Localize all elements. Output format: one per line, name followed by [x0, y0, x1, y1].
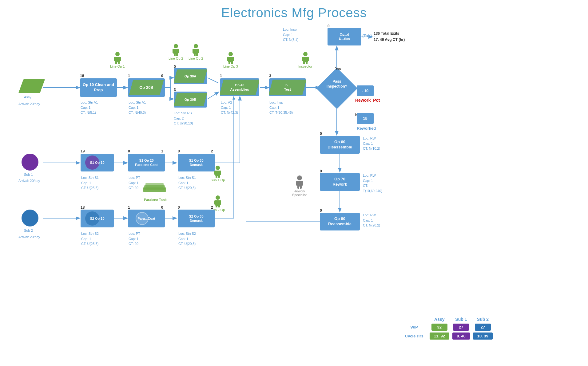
inspect-box[interactable]: In...Test	[269, 78, 306, 96]
s2-op10-box[interactable]: S2 Op 10	[81, 210, 114, 227]
s2-op20-count: 1	[128, 205, 130, 210]
svg-rect-51	[231, 62, 233, 64]
op20b-box[interactable]: Op 20B	[128, 78, 165, 97]
worker-line-op2b: Line Op 2	[189, 44, 203, 60]
worker-rework-specialist-label: ReworkSpecialist	[292, 189, 307, 197]
worker-rework-specialist: ReworkSpecialist	[292, 175, 307, 197]
svg-point-58	[216, 166, 220, 170]
svg-rect-43	[197, 49, 199, 53]
svg-rect-44	[194, 54, 196, 56]
s2-op30-box[interactable]: S2 Op 30Demask	[178, 210, 215, 227]
svg-rect-56	[303, 62, 305, 64]
rework-pct-label: Rework_Pct	[355, 98, 380, 103]
yes-label: Yes	[335, 66, 341, 71]
worker-line-op2a-label: Line Op 2	[169, 57, 183, 60]
s1-op10-info: Loc: Stn S1Cap: 1CT: U(25,5)	[81, 175, 99, 191]
worker-line-op2b-label: Line Op 2	[189, 57, 203, 60]
svg-point-28	[115, 52, 120, 56]
sub1-label: Sub 1	[24, 172, 33, 177]
svg-rect-61	[219, 171, 221, 175]
op20b-count: 1	[128, 74, 130, 78]
s2-op30-count: 0	[178, 205, 180, 210]
s2-op30-queue: 2	[211, 205, 213, 210]
svg-rect-68	[216, 205, 217, 207]
sub2-label: Sub 2	[24, 228, 33, 233]
op-standard-box[interactable]: Op...dU...tics	[328, 28, 361, 45]
svg-rect-78	[145, 183, 164, 187]
svg-rect-67	[219, 200, 221, 205]
s2-op10-count: 18	[81, 205, 85, 210]
worker-line-op1-label: Line Op 1	[110, 65, 125, 68]
svg-rect-74	[297, 186, 299, 189]
total-exits: 136 Total Exits	[374, 31, 399, 36]
sub1-arrival: Arrival: 20/day	[18, 178, 40, 183]
op70-info: Loc: RWCap: 1CT:T(10,60,240)	[363, 173, 382, 193]
pass-inspection-diamond[interactable]: PassInspection?	[319, 71, 355, 106]
op10-info: Loc: Stn A1Cap: 1CT: N(5,1)	[81, 100, 98, 115]
rework-pct-box[interactable]: . 10	[357, 85, 374, 96]
op30a-box[interactable]: Op 30A	[174, 68, 207, 84]
svg-rect-36	[173, 49, 174, 53]
svg-rect-48	[227, 57, 229, 61]
s1-op10-count: 19	[81, 149, 85, 153]
op80-box[interactable]: Op 80Reassemble	[320, 213, 360, 230]
svg-rect-31	[119, 57, 121, 61]
wip-sub1-value: 27	[453, 324, 469, 331]
op30b-box[interactable]: Op 30B	[174, 92, 207, 108]
s1-op10-box[interactable]: S1 Op 10	[81, 154, 114, 171]
svg-rect-37	[177, 49, 179, 53]
wip-col-assy: Assy	[430, 317, 449, 322]
op40-box[interactable]: Op 40Assemblies	[220, 78, 259, 96]
svg-rect-69	[218, 205, 220, 207]
worker-line-op3-label: Line Op 3	[223, 65, 238, 68]
op30b-count: 3	[174, 88, 176, 92]
inspect-count: 3	[269, 74, 271, 78]
avg-ct: 17. 46 Avg CT (hr)	[374, 37, 405, 42]
op-standard-info: Loc: InspCap: 1CT: N(5,1)	[283, 27, 298, 42]
paralene-tank: Paralene Tank	[143, 183, 168, 202]
svg-point-64	[216, 195, 220, 200]
wip-col-sub1: Sub 1	[452, 317, 470, 322]
cycle-sub2-value: 10. 39	[473, 333, 493, 340]
svg-rect-30	[114, 57, 116, 61]
s1-op30-box[interactable]: S1 Op 30Demask	[178, 154, 215, 171]
inspect-info: Loc: InspCap: 1CT: T(30,35,45)	[269, 100, 293, 115]
s2-op20-info: Loc: PTCap: 1CT: 20	[129, 231, 140, 246]
op70-count: 0	[320, 169, 322, 173]
s1-op20-info: Loc: PTCap: 1CT: 20	[129, 175, 140, 191]
svg-rect-38	[174, 54, 176, 56]
worker-inspector: Inspector	[298, 52, 312, 68]
svg-rect-75	[300, 186, 302, 189]
reworked-box[interactable]: 15	[357, 113, 374, 124]
wip-sub2-value: 27	[475, 324, 491, 331]
op80-count: 0	[320, 208, 322, 213]
assy-arrival: Arrival: 20/day	[18, 101, 40, 107]
svg-line-7	[208, 78, 218, 83]
worker-sub1-op-label: Sub 1 Op	[211, 178, 225, 182]
svg-rect-62	[216, 175, 217, 178]
svg-rect-60	[214, 171, 216, 175]
op30b-info: Loc: Stn RBCap: 2CT: U(90,10)	[174, 111, 193, 126]
svg-rect-32	[115, 62, 117, 64]
cycle-sub1-value: 8. 40	[452, 333, 470, 340]
s1-op30-count: 0	[178, 149, 180, 153]
svg-rect-39	[176, 54, 178, 56]
s1-op30-info: Loc: Stn S1Cap: 1CT: U(20,5)	[178, 175, 196, 191]
svg-rect-50	[228, 62, 230, 64]
s2-op30-info: Loc: Stn S2Cap: 1CT: U(20,5)	[178, 231, 196, 246]
s1-op20-count: 0	[128, 149, 130, 153]
s1-op30-queue: 2	[211, 149, 213, 153]
worker-inspector-label: Inspector	[298, 65, 312, 68]
svg-point-52	[303, 52, 308, 56]
s2-op20-box[interactable]: Para...Coat	[128, 210, 165, 227]
svg-rect-73	[301, 181, 303, 186]
s2-op20-queue: 0	[161, 205, 163, 210]
svg-rect-57	[306, 62, 308, 64]
op60-box[interactable]: Op 60Disassemble	[320, 136, 360, 154]
op10-box[interactable]: Op 10 Clean and Prep	[80, 78, 117, 97]
sub1-shape	[22, 154, 38, 171]
s1-op20-box[interactable]: S1 Op 20Paralene Coat	[128, 154, 165, 171]
worker-line-op1: Line Op 1	[110, 52, 125, 68]
op70-box[interactable]: Op 70Rework	[320, 173, 360, 191]
cycle-hrs-row-label: Cycle Hrs	[402, 333, 427, 340]
